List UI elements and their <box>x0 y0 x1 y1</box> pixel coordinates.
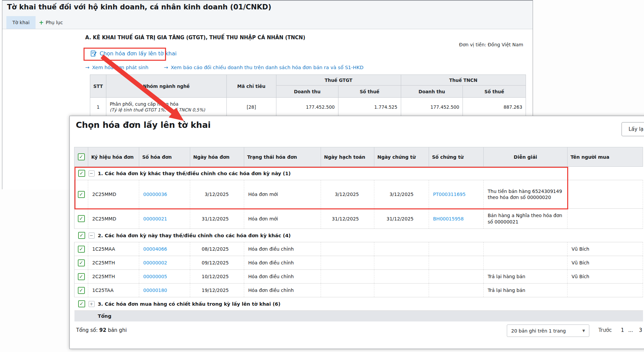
check-icon: ✓ <box>79 247 84 252</box>
chevron-down-icon: ▼ <box>582 329 585 333</box>
row-checkbox[interactable]: ✓ <box>78 259 85 266</box>
tax-rate-note: (Tỷ lệ tính thuế GTGT 1%, thuế TNCN 0,5%… <box>110 107 223 112</box>
group-checkbox[interactable]: ✓ <box>78 170 85 177</box>
invoice-number-link[interactable]: 00000021 <box>143 216 167 221</box>
cell-ky-hieu: 1C25MAA <box>88 242 139 256</box>
invoice-number-link[interactable]: 00000036 <box>143 192 167 197</box>
voucher-number-link[interactable]: PT000311695 <box>433 192 466 197</box>
check-icon: ✓ <box>79 154 84 159</box>
invoice-number-link[interactable]: 00004066 <box>143 246 167 252</box>
col-header-stt: STT <box>90 75 106 98</box>
view-links-row: → Xem hóa đơn phát sinh → Xem báo cáo đố… <box>85 64 364 70</box>
col-header-so-thue-tncn: Số thuế <box>463 86 526 98</box>
col-header-ngay-chung-tu: Ngày chứng từ <box>374 147 429 167</box>
col-header-doanh-thu-gtgt: Doanh thu <box>276 86 338 98</box>
check-icon: ✓ <box>79 260 84 265</box>
cell-gtgt-doanh-thu: 177.452.500 <box>276 98 338 116</box>
page-size-dropdown[interactable]: 20 bản ghi trên 1 trang ▼ <box>507 324 589 337</box>
col-header-ten-nguoi-mua: Tên người mua <box>568 147 643 167</box>
declaration-table: STT Nhóm ngành nghề Mã chỉ tiêu Thuế GTG… <box>90 74 526 116</box>
cell-ten-nguoi-mua <box>568 284 643 297</box>
cell-ky-hieu: 2C25MTH <box>88 270 139 284</box>
pagination-page-3[interactable]: 3 <box>639 327 642 333</box>
invoice-row[interactable]: ✓ 1C25MAA 00004066 08/12/2025 Hóa đơn đi… <box>74 242 643 256</box>
row-checkbox[interactable]: ✓ <box>78 215 85 222</box>
col-header-so-hoa-don: Số hóa đơn <box>139 147 190 167</box>
invoice-row[interactable]: ✓ 1C25TAA 00000180 19/12/2025 Hóa đơn đi… <box>74 284 643 297</box>
choose-invoice-link[interactable]: Chọn hóa đơn lấy lên tờ khai <box>91 50 176 57</box>
window-header: Tờ khai thuế đối với hộ kinh doanh, cá n… <box>2 1 533 29</box>
cell-ten-nguoi-mua: Vũ Bích <box>568 242 643 256</box>
cell-stt: 1 <box>90 98 106 116</box>
tab-to-khai[interactable]: Tờ khai <box>6 16 36 29</box>
page-title: Tờ khai thuế đối với hộ kinh doanh, cá n… <box>7 3 271 11</box>
cell-ngay-chung-tu <box>374 242 429 256</box>
cell-ngay-hach-toan <box>321 284 374 297</box>
invoice-number-link[interactable]: 00000180 <box>143 288 167 293</box>
cell-ngay-hach-toan: 31/12/2025 <box>321 209 374 229</box>
group-label: 1. Các hóa đơn kỳ khác thay thế/điều chỉ… <box>98 171 291 176</box>
cell-tncn-so-thue: 887.263 <box>463 98 526 116</box>
edit-document-icon <box>91 50 97 57</box>
check-icon: ✓ <box>79 274 84 279</box>
cell-dien-giai: Trả lại hàng bán <box>484 270 568 284</box>
group-checkbox[interactable]: ✓ <box>78 232 85 239</box>
section-a-title: A. KÊ KHAI THUẾ GIÁ TRỊ GIA TĂNG (GTGT),… <box>85 35 305 41</box>
invoice-row[interactable]: ✓ 2C25MTH 00000002 09/12/2025 Hóa đơn đi… <box>74 256 643 270</box>
arrow-right-icon: → <box>164 64 168 70</box>
col-header-ngay-hach-toan: Ngày hạch toán <box>321 147 374 167</box>
cell-ten-nguoi-mua <box>568 180 643 209</box>
tab-label: Tờ khai <box>12 20 30 25</box>
voucher-number-link[interactable]: BH00015958 <box>433 216 464 221</box>
check-icon: ✓ <box>79 233 84 238</box>
cell-ngay-hoa-don: 19/12/2025 <box>190 284 244 297</box>
collapse-toggle-icon[interactable]: − <box>89 233 95 239</box>
invoice-row[interactable]: ✓ 2C25MTH 00000005 10/12/2025 Hóa đơn đi… <box>74 270 643 284</box>
expand-toggle-icon[interactable]: + <box>89 301 95 307</box>
check-icon: ✓ <box>79 288 84 293</box>
invoice-table: ✓ Ký hiệu hóa đơn Số hóa đơn Ngày hóa đơ… <box>74 147 643 321</box>
tab-add-phu-luc[interactable]: + Phụ lục <box>36 16 66 29</box>
group-checkbox[interactable]: ✓ <box>78 300 85 307</box>
col-header-so-chung-tu: Số chứng từ <box>429 147 484 167</box>
refresh-button[interactable]: Lấy lạ <box>622 122 644 136</box>
row-checkbox[interactable]: ✓ <box>78 191 85 198</box>
collapse-toggle-icon[interactable]: − <box>89 170 95 177</box>
col-header-ngay-hoa-don: Ngày hóa đơn <box>190 147 244 167</box>
invoice-number-link[interactable]: 00000002 <box>143 260 167 265</box>
invoice-row[interactable]: ✓ 2C25MMD 00000036 3/12/2025 Hóa đơn mới… <box>74 180 643 209</box>
select-all-checkbox[interactable]: ✓ <box>78 153 85 160</box>
header-checkbox-cell: ✓ <box>74 147 88 167</box>
screen: Tờ khai thuế đối với hộ kinh doanh, cá n… <box>0 0 644 352</box>
total-row-label: Tổng <box>74 311 643 321</box>
view-invoices-link[interactable]: → Xem hóa đơn phát sinh <box>85 64 148 70</box>
invoice-group-row-2: ✓ − 2. Các hóa đơn kỳ này thay thế/điều … <box>74 229 643 242</box>
row-checkbox[interactable]: ✓ <box>78 273 85 280</box>
cell-so-chung-tu <box>429 256 484 270</box>
cell-trang-thai: Hóa đơn mới <box>244 180 321 209</box>
cell-nhom-nganh-nghe: Phân phối, cung cấp hàng hóa (Tỷ lệ tính… <box>106 98 226 116</box>
cell-ky-hieu: 2C25MMD <box>88 180 139 209</box>
plus-icon: + <box>39 19 44 26</box>
row-checkbox[interactable]: ✓ <box>78 246 85 253</box>
pagination-prev[interactable]: Trước <box>598 327 612 333</box>
invoice-number-link[interactable]: 00000005 <box>143 274 167 279</box>
cell-ngay-hach-toan <box>321 256 374 270</box>
invoice-table-header-row: ✓ Ký hiệu hóa đơn Số hóa đơn Ngày hóa đơ… <box>74 147 643 167</box>
row-checkbox[interactable]: ✓ <box>78 287 85 294</box>
col-header-so-thue-gtgt: Số thuế <box>338 86 401 98</box>
cell-trang-thai: Hóa đơn mới <box>244 209 321 229</box>
cell-gtgt-so-thue: 1.774.525 <box>338 98 401 116</box>
cell-dien-giai: Bán hàng a Nghĩa theo hóa đơn số 0000002… <box>488 212 563 224</box>
cell-trang-thai: Hóa đơn điều chỉnh <box>244 270 321 284</box>
cell-ngay-hoa-don: 3/12/2025 <box>190 180 244 209</box>
currency-note: Đơn vị tiền: Đồng Việt Nam <box>459 42 523 47</box>
cell-so-chung-tu <box>429 242 484 256</box>
cell-ngay-hoa-don: 10/12/2025 <box>190 270 244 284</box>
total-row: Tổng <box>74 311 643 321</box>
view-report-link[interactable]: → Xem báo cáo đối chiếu doanh thu trên d… <box>164 64 363 70</box>
invoice-row[interactable]: ✓ 2C25MMD 00000021 31/12/2025 Hóa đơn mớ… <box>74 209 643 229</box>
choose-invoice-label: Chọn hóa đơn lấy lên tờ khai <box>100 50 176 57</box>
check-icon: ✓ <box>79 301 84 306</box>
pagination-page-1[interactable]: 1 <box>621 327 624 333</box>
